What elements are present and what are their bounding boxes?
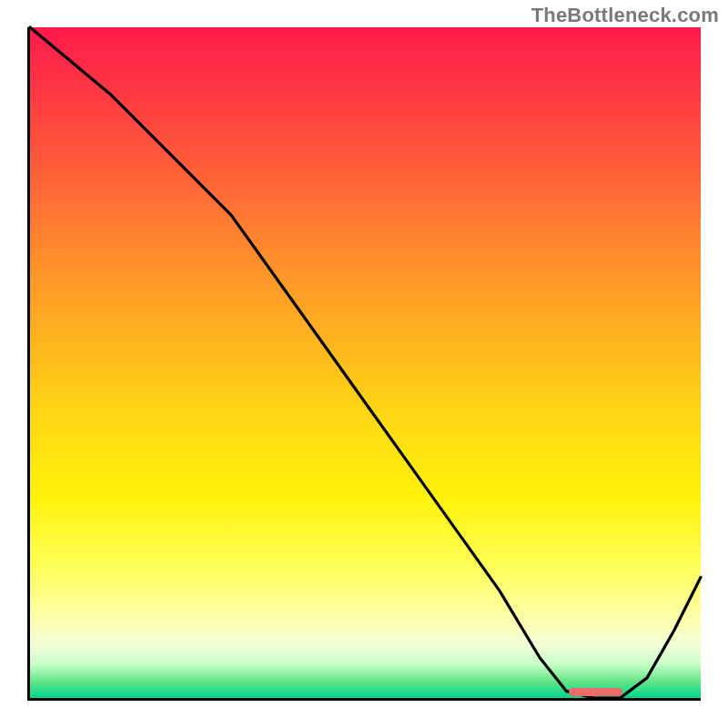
optimal-zone-marker	[569, 688, 622, 696]
chart-canvas: TheBottleneck.com	[0, 0, 728, 728]
attribution-text: TheBottleneck.com	[531, 4, 719, 27]
plot-area	[27, 27, 701, 701]
curve-path	[30, 27, 701, 698]
bottleneck-curve	[30, 27, 701, 698]
